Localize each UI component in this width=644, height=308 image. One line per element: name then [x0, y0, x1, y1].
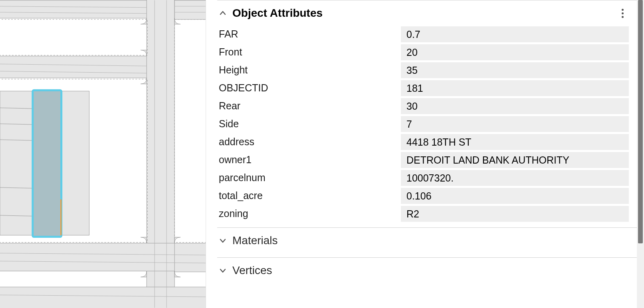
attribute-label: total_acre — [217, 190, 401, 201]
attribute-label: parcelnum — [217, 172, 401, 184]
section-title: Vertices — [232, 264, 272, 277]
scrollbar-thumb[interactable] — [638, 0, 643, 243]
attribute-value-input[interactable] — [401, 206, 629, 222]
attribute-row: FAR — [217, 25, 629, 43]
attribute-row: zoning — [217, 205, 629, 223]
chevron-down-icon — [217, 265, 228, 276]
attribute-value-input[interactable] — [401, 80, 629, 96]
section-header-vertices[interactable]: Vertices — [217, 258, 629, 282]
attribute-value-input[interactable] — [401, 26, 629, 42]
scene-svg — [0, 0, 206, 308]
attribute-value-input[interactable] — [401, 152, 629, 168]
attribute-row: address — [217, 133, 629, 151]
section-header-object-attributes[interactable]: Object Attributes — [217, 0, 629, 25]
svg-rect-20 — [174, 20, 206, 243]
svg-rect-28 — [33, 90, 61, 237]
selected-parcel[interactable] — [33, 90, 61, 237]
attribute-label: Height — [217, 64, 401, 76]
attribute-row: parcelnum — [217, 169, 629, 187]
attributes-list: FARFrontHeightOBJECTIDRearSideaddressown… — [217, 25, 629, 223]
svg-rect-4 — [0, 287, 206, 308]
scene-viewport[interactable] — [0, 0, 206, 308]
svg-rect-1 — [0, 56, 155, 78]
section-title: Materials — [232, 234, 278, 247]
section-header-materials[interactable]: Materials — [217, 228, 629, 253]
attribute-label: address — [217, 136, 401, 148]
inspector-panel: Object Attributes FARFrontHeightOBJECTID… — [206, 0, 637, 308]
attribute-row: Front — [217, 43, 629, 61]
attribute-value-input[interactable] — [401, 44, 629, 60]
attribute-row: owner1 — [217, 151, 629, 169]
section-object-attributes: Object Attributes FARFrontHeightOBJECTID… — [217, 0, 637, 227]
chevron-up-icon — [217, 8, 228, 19]
attribute-value-input[interactable] — [401, 62, 629, 78]
attribute-row: total_acre — [217, 187, 629, 205]
attribute-value-input[interactable] — [401, 116, 629, 132]
chevron-down-icon — [217, 235, 228, 246]
attribute-value-input[interactable] — [401, 134, 629, 150]
svg-rect-21 — [0, 91, 33, 235]
attribute-label: Side — [217, 118, 401, 130]
attribute-value-input[interactable] — [401, 98, 629, 114]
attribute-row: Rear — [217, 97, 629, 115]
inspector-panel-wrap: Object Attributes FARFrontHeightOBJECTID… — [206, 0, 644, 308]
attribute-label: zoning — [217, 208, 401, 219]
attribute-label: Rear — [217, 100, 401, 112]
svg-rect-22 — [61, 91, 89, 235]
app-root: Object Attributes FARFrontHeightOBJECTID… — [0, 0, 644, 308]
attribute-row: Height — [217, 61, 629, 79]
svg-rect-5 — [174, 0, 206, 20]
section-title: Object Attributes — [232, 7, 323, 20]
attribute-row: Side — [217, 115, 629, 133]
kebab-menu-icon[interactable] — [618, 8, 627, 19]
section-materials: Materials — [217, 227, 637, 257]
attribute-label: owner1 — [217, 154, 401, 166]
vertical-scrollbar[interactable] — [637, 0, 644, 308]
section-vertices: Vertices — [217, 257, 637, 287]
svg-rect-18 — [0, 20, 147, 55]
attribute-label: OBJECTID — [217, 82, 401, 94]
svg-rect-6 — [174, 243, 206, 272]
attribute-label: FAR — [217, 28, 401, 40]
attribute-value-input[interactable] — [401, 188, 629, 204]
attribute-label: Front — [217, 46, 401, 58]
attribute-row: OBJECTID — [217, 79, 629, 97]
attribute-value-input[interactable] — [401, 170, 629, 186]
